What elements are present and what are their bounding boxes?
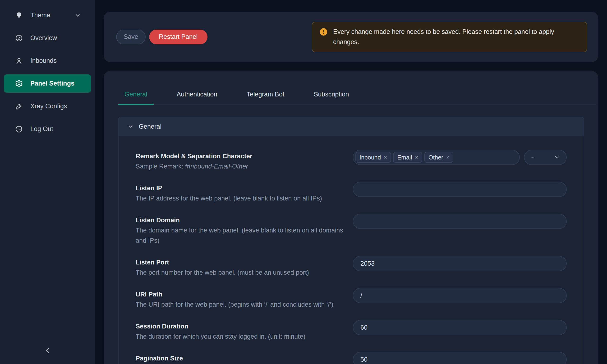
field-label: Session Duration	[136, 321, 344, 332]
settings-tabs: General Authentication Telegram Bot Subs…	[118, 71, 596, 105]
field-control	[353, 256, 567, 271]
sidebar-item-panel-settings[interactable]: Panel Settings	[4, 74, 91, 93]
alert-message: Every change made here needs to be saved…	[333, 27, 573, 47]
sidebar: Theme Overview Inbounds Panel Settings	[0, 0, 95, 364]
sidebar-item-label: Xray Configs	[30, 103, 67, 110]
chevron-down-icon	[554, 155, 560, 160]
chevron-down-icon	[128, 124, 133, 129]
field-description: The IP address for the web panel. (leave…	[136, 193, 344, 204]
field-control	[353, 182, 567, 197]
field-control	[353, 320, 567, 335]
form-row-pagination-size: Pagination Size	[136, 353, 567, 364]
close-icon[interactable]: ×	[384, 155, 387, 160]
tag-label: Inbound	[359, 154, 381, 161]
field-description: The duration for which you can stay logg…	[136, 332, 344, 342]
tab-telegram-bot[interactable]: Telegram Bot	[240, 91, 291, 104]
section-title: General	[139, 123, 161, 130]
actions-bar: Save Restart Panel ! Every change made h…	[104, 12, 598, 62]
listen-port-input[interactable]	[353, 256, 567, 271]
field-label-group: Listen Domain The domain name for the we…	[136, 215, 344, 246]
uri-path-input[interactable]	[353, 288, 567, 303]
pagination-size-input[interactable]	[353, 352, 567, 364]
separator-select[interactable]: -	[524, 150, 567, 165]
sidebar-item-logout[interactable]: Log Out	[4, 120, 91, 138]
form-row-remark-model: Remark Model & Separation Character Samp…	[136, 151, 567, 171]
panel-settings-page: Theme Overview Inbounds Panel Settings	[0, 0, 607, 364]
tag-inbound: Inbound ×	[356, 152, 391, 163]
main-content: Save Restart Panel ! Every change made h…	[104, 12, 598, 364]
field-description: Sample Remark: #Inbound-Email-Other	[136, 161, 344, 171]
field-label: Listen Port	[136, 257, 344, 268]
restart-panel-button[interactable]: Restart Panel	[149, 30, 208, 44]
close-icon[interactable]: ×	[446, 155, 449, 160]
field-label-group: Session Duration The duration for which …	[136, 321, 344, 342]
form-row-listen-ip: Listen IP The IP address for the web pan…	[136, 183, 567, 204]
save-button[interactable]: Save	[116, 30, 145, 44]
general-section-header[interactable]: General	[119, 117, 584, 136]
field-label: Listen Domain	[136, 215, 344, 225]
field-label-group: Listen Port The port number for the web …	[136, 257, 344, 278]
form-row-uri-path: URI Path The URI path for the web panel.…	[136, 289, 567, 310]
tag-other: Other ×	[424, 152, 454, 163]
tab-subscription[interactable]: Subscription	[307, 91, 356, 104]
user-icon	[15, 57, 23, 65]
field-label-group: Remark Model & Separation Character Samp…	[136, 151, 344, 171]
tag-email: Email ×	[393, 152, 422, 163]
settings-card: General Authentication Telegram Bot Subs…	[104, 71, 598, 364]
form-row-listen-domain: Listen Domain The domain name for the we…	[136, 215, 567, 246]
field-label: Remark Model & Separation Character	[136, 151, 344, 161]
warning-icon: !	[320, 28, 327, 36]
form-row-session-duration: Session Duration The duration for which …	[136, 321, 567, 342]
sidebar-item-inbounds[interactable]: Inbounds	[4, 52, 91, 70]
separator-value: -	[532, 154, 534, 161]
field-label: Listen IP	[136, 183, 344, 193]
lightbulb-icon	[15, 11, 23, 20]
sidebar-item-label: Panel Settings	[30, 80, 74, 87]
chevron-left-icon	[44, 351, 51, 355]
logout-icon	[15, 125, 23, 133]
sidebar-item-label: Theme	[30, 12, 50, 19]
tab-general[interactable]: General	[118, 91, 154, 104]
field-description: The port number for the web panel. (must…	[136, 268, 344, 278]
general-section-body: Remark Model & Separation Character Samp…	[119, 136, 584, 364]
tag-label: Other	[428, 154, 443, 161]
close-icon[interactable]: ×	[415, 155, 418, 160]
chevron-down-icon	[75, 13, 81, 18]
sidebar-item-xray-configs[interactable]: Xray Configs	[4, 97, 91, 116]
sidebar-item-label: Inbounds	[30, 57, 57, 65]
sidebar-item-label: Log Out	[30, 125, 53, 133]
form-row-listen-port: Listen Port The port number for the web …	[136, 257, 567, 278]
wrench-icon	[15, 102, 23, 111]
listen-ip-input[interactable]	[353, 182, 567, 197]
field-control	[353, 352, 567, 364]
field-label-group: Listen IP The IP address for the web pan…	[136, 183, 344, 204]
gear-icon	[15, 79, 23, 88]
tab-authentication[interactable]: Authentication	[170, 91, 224, 104]
field-control	[353, 288, 567, 303]
field-label: URI Path	[136, 289, 344, 299]
sidebar-item-overview[interactable]: Overview	[4, 29, 91, 47]
sidebar-item-label: Overview	[30, 34, 57, 42]
general-section: General Remark Model & Separation Charac…	[118, 117, 584, 364]
gauge-icon	[15, 34, 23, 42]
field-description: The URI path for the web panel. (begins …	[136, 299, 344, 310]
field-label-group: Pagination Size	[136, 353, 344, 364]
sidebar-item-theme[interactable]: Theme	[4, 6, 91, 25]
field-description: The domain name for the web panel. (leav…	[136, 225, 344, 246]
field-control: Inbound × Email × Other ×	[353, 150, 567, 165]
field-label-group: URI Path The URI path for the web panel.…	[136, 289, 344, 310]
field-label: Pagination Size	[136, 353, 344, 364]
tag-label: Email	[397, 154, 412, 161]
field-control	[353, 214, 567, 229]
sidebar-collapse-button[interactable]	[40, 344, 54, 358]
remark-model-multiselect[interactable]: Inbound × Email × Other ×	[353, 150, 520, 165]
session-duration-input[interactable]	[353, 320, 567, 335]
listen-domain-input[interactable]	[353, 214, 567, 229]
warning-alert: ! Every change made here needs to be sav…	[312, 22, 587, 52]
